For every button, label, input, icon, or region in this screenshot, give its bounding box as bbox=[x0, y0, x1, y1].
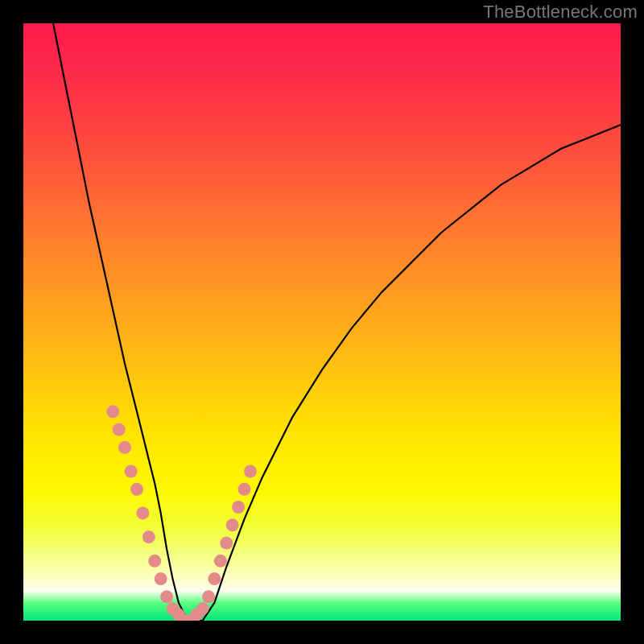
highlight-dot bbox=[118, 441, 131, 454]
highlight-dot bbox=[160, 590, 173, 603]
chart-svg bbox=[23, 23, 621, 621]
watermark-text: TheBottleneck.com bbox=[483, 2, 638, 23]
dots-left-branch bbox=[106, 405, 185, 621]
highlight-dot bbox=[238, 483, 251, 496]
highlight-dot bbox=[155, 572, 167, 585]
highlight-dot bbox=[125, 465, 138, 478]
highlight-dot bbox=[208, 572, 221, 585]
plot-area bbox=[23, 23, 621, 621]
highlight-dot bbox=[220, 537, 233, 550]
highlight-dot bbox=[202, 590, 215, 603]
bottleneck-curve bbox=[53, 23, 621, 621]
highlight-dot bbox=[142, 530, 155, 543]
highlight-dot bbox=[106, 405, 119, 418]
highlight-dot bbox=[244, 465, 257, 478]
highlight-dot bbox=[226, 518, 239, 531]
chart-frame: TheBottleneck.com bbox=[0, 0, 644, 644]
highlight-dot bbox=[214, 555, 227, 568]
highlight-dot bbox=[148, 555, 161, 568]
dots-right-branch bbox=[178, 465, 257, 621]
highlight-dot bbox=[113, 423, 126, 436]
highlight-dot bbox=[232, 501, 245, 514]
highlight-dot bbox=[136, 506, 149, 519]
highlight-dot bbox=[130, 483, 143, 496]
highlight-dot bbox=[196, 602, 209, 615]
